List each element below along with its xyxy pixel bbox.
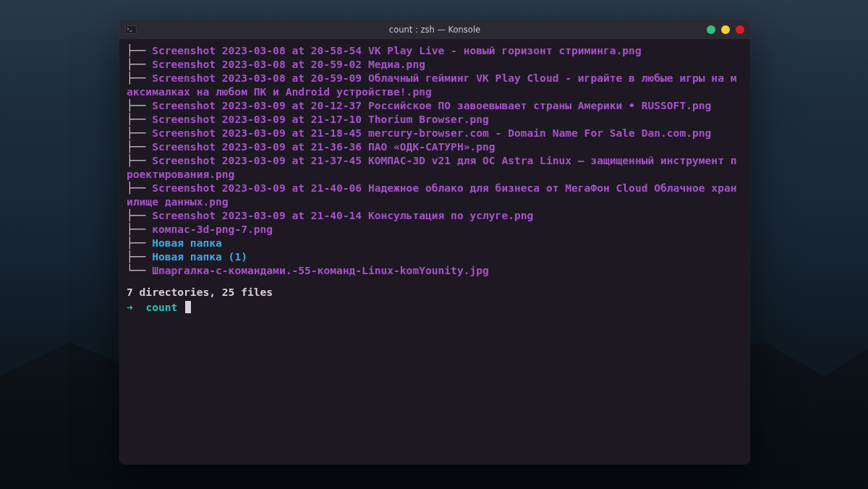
tree-branch-glyph: ├── xyxy=(127,113,152,125)
tree-branch-glyph: ├── xyxy=(127,72,152,84)
directory-name: Новая папка xyxy=(152,237,222,249)
app-icon xyxy=(124,24,138,35)
svg-rect-1 xyxy=(126,26,136,33)
directory-name: Новая папка (1) xyxy=(152,250,247,263)
prompt-cwd: count xyxy=(145,301,177,313)
file-name: Screenshot 2023-03-08 at 20-59-02 Медиа.… xyxy=(152,58,425,70)
tree-line: ├── Screenshot 2023-03-09 at 21-40-06 На… xyxy=(127,182,743,209)
tree-line: ├── Screenshot 2023-03-09 at 21-37-45 КО… xyxy=(127,154,743,182)
file-name: Шпаргалка-с-командами.-55-команд-Linux-k… xyxy=(152,264,489,276)
file-name: компас-3d-png-7.png xyxy=(152,223,273,235)
prompt-arrow-icon: ➜ xyxy=(127,301,133,313)
tree-line: ├── Новая папка xyxy=(127,237,743,250)
tree-branch-glyph: ├── xyxy=(127,209,152,221)
tree-line: ├── Screenshot 2023-03-08 at 20-59-09 Об… xyxy=(127,72,743,99)
text-cursor xyxy=(185,301,191,313)
tree-branch-glyph: ├── xyxy=(127,223,152,235)
file-name: Screenshot 2023-03-09 at 21-36-36 ПАО «О… xyxy=(152,140,495,153)
tree-line: ├── Screenshot 2023-03-09 at 21-17-10 Th… xyxy=(127,113,743,127)
file-name: Screenshot 2023-03-09 at 21-37-45 КОМПАС… xyxy=(127,154,737,180)
terminal-content[interactable]: ├── Screenshot 2023-03-08 at 20-58-54 VK… xyxy=(119,40,750,464)
tree-branch-glyph: ├── xyxy=(127,99,152,111)
file-name: Screenshot 2023-03-09 at 20-12-37 Россий… xyxy=(152,99,711,111)
tree-branch-glyph: ├── xyxy=(127,154,152,166)
tree-branch-glyph: └── xyxy=(127,264,152,276)
tree-line: └── Шпаргалка-с-командами.-55-команд-Lin… xyxy=(127,264,743,278)
prompt-line[interactable]: ➜ count xyxy=(127,301,743,315)
tree-line: ├── компас-3d-png-7.png xyxy=(127,223,743,237)
tree-line: ├── Screenshot 2023-03-09 at 21-36-36 ПА… xyxy=(127,140,743,154)
window-controls xyxy=(707,20,744,39)
tree-line: ├── Screenshot 2023-03-09 at 21-18-45 me… xyxy=(127,127,743,140)
file-name: Screenshot 2023-03-09 at 21-18-45 mercur… xyxy=(152,127,711,139)
minimize-button[interactable] xyxy=(707,25,715,34)
tree-branch-glyph: ├── xyxy=(127,58,152,70)
tree-line: ├── Screenshot 2023-03-09 at 21-40-14 Ко… xyxy=(127,209,743,223)
tree-line: ├── Screenshot 2023-03-08 at 20-59-02 Ме… xyxy=(127,58,743,72)
tree-line: ├── Screenshot 2023-03-09 at 20-12-37 Ро… xyxy=(127,99,743,113)
window-title: count : zsh — Konsole xyxy=(119,25,750,35)
file-name: Screenshot 2023-03-09 at 21-40-14 Консул… xyxy=(152,209,533,221)
file-name: Screenshot 2023-03-09 at 21-17-10 Thoriu… xyxy=(152,113,489,125)
tree-line: ├── Screenshot 2023-03-08 at 20-58-54 VK… xyxy=(127,44,743,58)
terminal-window: count : zsh — Konsole ├── Screenshot 202… xyxy=(119,20,750,464)
tree-branch-glyph: ├── xyxy=(127,140,152,153)
tree-branch-glyph: ├── xyxy=(127,127,152,139)
file-name: Screenshot 2023-03-08 at 20-58-54 VK Pla… xyxy=(152,44,642,56)
tree-branch-glyph: ├── xyxy=(127,182,152,194)
tree-branch-glyph: ├── xyxy=(127,237,152,249)
close-button[interactable] xyxy=(736,25,744,34)
maximize-button[interactable] xyxy=(721,25,730,34)
tree-branch-glyph: ├── xyxy=(127,44,152,56)
titlebar: count : zsh — Konsole xyxy=(119,20,750,40)
tree-line: ├── Новая папка (1) xyxy=(127,250,743,264)
tree-summary: 7 directories, 25 files xyxy=(127,286,743,299)
tree-branch-glyph: ├── xyxy=(127,250,152,263)
file-name: Screenshot 2023-03-09 at 21-40-06 Надежн… xyxy=(127,182,737,208)
file-name: Screenshot 2023-03-08 at 20-59-09 Облачн… xyxy=(127,72,737,98)
